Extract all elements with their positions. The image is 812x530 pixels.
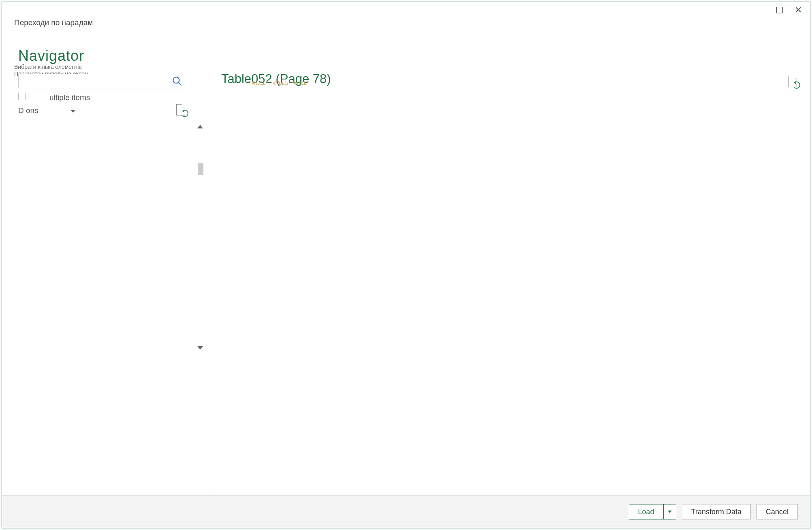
navigator-tree[interactable] [22, 120, 176, 355]
window-subtitle: Переходи по нарадам [2, 18, 810, 31]
scrollbar-thumb[interactable] [198, 163, 203, 175]
null-badge: #NULL! [252, 81, 267, 85]
close-button[interactable]: ✕ [789, 4, 808, 17]
cancel-button[interactable]: Cancel [756, 504, 798, 519]
navigator-heading: Navigator [18, 47, 84, 64]
preview-title: Table052 (Page 78) #NULL! #NULL! #NULL! [221, 72, 331, 86]
left-pane: Navigator Вибрати кілька елементів Парам… [2, 31, 205, 495]
ghost-display-options: D ons [18, 106, 38, 115]
load-button[interactable]: Load [629, 504, 663, 519]
transform-data-button[interactable]: Transform Data [682, 504, 751, 519]
search-input[interactable] [19, 75, 172, 87]
svg-point-0 [173, 77, 179, 83]
maximize-button[interactable] [770, 4, 789, 17]
ghost-multiple-items-en: ultiple items [49, 93, 90, 102]
navigator-dialog: ✕ Переходи по нарадам Navigator Вибрати … [2, 2, 810, 528]
search-icon[interactable] [172, 76, 182, 86]
null-badge: #NULL! [273, 81, 288, 85]
ghost-checkbox [18, 93, 26, 100]
scroll-down-button[interactable] [196, 343, 205, 352]
svg-line-1 [178, 82, 182, 85]
search-box[interactable] [18, 74, 185, 88]
preview-pane: Table052 (Page 78) #NULL! #NULL! #NULL! [209, 31, 810, 495]
refresh-ghost-icon [176, 104, 186, 115]
null-badge: #NULL! [293, 81, 308, 85]
scroll-up-button[interactable] [196, 122, 205, 131]
refresh-button[interactable] [788, 76, 798, 87]
ghost-select-multiple-uk: Вибрати кілька елементів [14, 64, 82, 70]
chevron-down-icon [71, 110, 75, 113]
load-split-button[interactable]: Load [629, 504, 676, 519]
dialog-footer: Load Transform Data Cancel [2, 495, 810, 528]
titlebar: ✕ [2, 2, 810, 18]
load-dropdown-caret[interactable] [663, 504, 676, 519]
